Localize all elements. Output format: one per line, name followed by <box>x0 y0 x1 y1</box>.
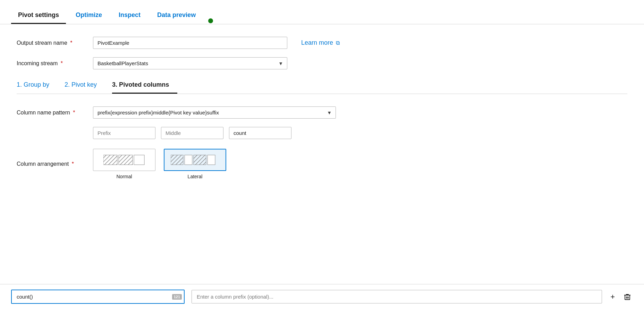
tab-inspect[interactable]: Inspect <box>112 7 147 24</box>
status-dot <box>208 18 213 23</box>
learn-more-link[interactable]: Learn more ⧉ <box>301 39 340 46</box>
prefix-input[interactable] <box>93 127 155 139</box>
column-name-pattern-select[interactable]: prefix{expression prefix}middle{Pivot ke… <box>93 106 336 119</box>
svg-rect-7 <box>207 155 215 165</box>
output-stream-input[interactable] <box>93 37 287 49</box>
normal-pattern-icon <box>103 154 145 166</box>
tab-pivot-settings[interactable]: Pivot settings <box>11 7 66 24</box>
column-name-pattern-row: Column name pattern * prefix{expression … <box>17 106 627 119</box>
required-star-pattern: * <box>71 110 75 115</box>
incoming-stream-select[interactable]: BasketballPlayerStats <box>93 57 287 69</box>
middle-input[interactable] <box>161 127 223 139</box>
arrangement-box-lateral[interactable] <box>164 149 226 171</box>
main-content: Output stream name * Learn more ⧉ Incomi… <box>0 24 644 190</box>
delete-button[interactable] <box>622 291 633 302</box>
expression-input-wrapper: 121 <box>11 290 185 304</box>
arrangement-option-lateral[interactable]: Lateral <box>164 149 226 179</box>
arrangement-option-normal[interactable]: Normal <box>93 149 155 179</box>
add-button[interactable]: + <box>609 291 616 303</box>
incoming-stream-label: Incoming stream * <box>17 60 93 67</box>
external-link-icon: ⧉ <box>336 40 340 46</box>
tab-optimize[interactable]: Optimize <box>69 7 109 24</box>
svg-rect-4 <box>171 155 183 165</box>
expression-input[interactable] <box>11 290 185 304</box>
column-name-pattern-select-wrapper: prefix{expression prefix}middle{Pivot ke… <box>93 106 336 119</box>
tab-bar: Pivot settings Optimize Inspect Data pre… <box>0 0 644 24</box>
svg-rect-1 <box>119 155 133 165</box>
incoming-stream-select-wrapper: BasketballPlayerStats ▼ <box>93 57 287 69</box>
tab-data-preview[interactable]: Data preview <box>150 7 203 24</box>
column-name-pattern-label: Column name pattern * <box>17 110 93 116</box>
arrangement-caption-normal: Normal <box>116 174 132 179</box>
svg-rect-0 <box>103 155 117 165</box>
lateral-pattern-icon <box>171 154 219 166</box>
required-star-incoming: * <box>59 60 63 66</box>
arrangement-box-normal[interactable] <box>93 149 155 171</box>
column-arrangement-row: Column arrangement * <box>17 149 627 179</box>
svg-rect-6 <box>194 155 206 165</box>
section-pivoted-columns: Column name pattern * prefix{expression … <box>17 94 627 179</box>
expression-badge: 121 <box>172 294 182 300</box>
incoming-stream-row: Incoming stream * BasketballPlayerStats … <box>17 57 627 69</box>
svg-rect-2 <box>134 155 144 165</box>
suffix-input[interactable]: count <box>229 127 291 139</box>
pattern-inputs-row: count <box>93 127 627 139</box>
column-arrangement-label: Column arrangement * <box>17 161 93 167</box>
required-star-arrangement: * <box>70 161 74 167</box>
step-tabs: 1. Group by 2. Pivot key 3. Pivoted colu… <box>17 78 627 94</box>
svg-rect-5 <box>185 155 192 165</box>
step-tab-pivot-key[interactable]: 2. Pivot key <box>65 78 105 94</box>
bottom-actions: + <box>609 291 633 303</box>
arrangement-caption-lateral: Lateral <box>188 174 203 179</box>
step-tab-pivoted-columns[interactable]: 3. Pivoted columns <box>112 78 177 94</box>
required-star-output: * <box>69 40 73 46</box>
column-prefix-input[interactable] <box>192 290 602 303</box>
output-stream-label: Output stream name * <box>17 40 93 46</box>
trash-icon <box>623 293 632 301</box>
arrangement-options: Normal <box>93 149 226 179</box>
bottom-bar: 121 + <box>0 284 644 309</box>
output-stream-row: Output stream name * Learn more ⧉ <box>17 37 627 49</box>
step-tab-group-by[interactable]: 1. Group by <box>17 78 58 94</box>
prefix-input-wrapper <box>192 290 602 303</box>
